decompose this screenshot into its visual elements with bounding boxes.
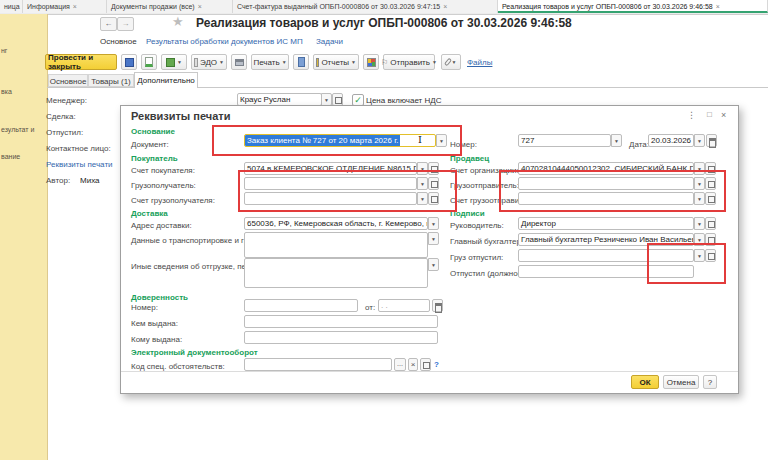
date-dropdown[interactable]: ▼ [694, 134, 705, 147]
tab-label: Информация [27, 3, 70, 10]
calendar-icon[interactable] [706, 134, 717, 147]
poa-issued-by-field[interactable] [244, 315, 438, 328]
nav-link-processing-results[interactable]: Результаты обработки документов ИС МП [146, 37, 303, 46]
calendar-icon[interactable] [432, 299, 443, 312]
paperclip-icon [443, 58, 451, 67]
send-button[interactable]: ⚐Отправить▼ [383, 54, 435, 70]
addins-icon [367, 58, 376, 67]
tab-label: Реализация товаров и услуг ОПБП-000806 о… [502, 3, 713, 10]
files-link[interactable]: Файлы [467, 58, 492, 67]
reports-button[interactable]: Отчеты▼ [313, 54, 359, 70]
button-label: Провести и закрыть [48, 53, 114, 71]
spec-code-open-button[interactable] [420, 358, 431, 371]
printer-icon [235, 59, 244, 66]
tab-start-page[interactable]: ница [0, 0, 23, 13]
spec-code-field[interactable] [244, 358, 392, 371]
head-field[interactable]: Директор [518, 217, 694, 230]
poa-date-field[interactable]: . . [378, 299, 430, 312]
other-info-textarea[interactable] [244, 258, 428, 288]
annotation-box-consignee-fields [238, 170, 457, 212]
forward-button[interactable]: → [117, 17, 134, 31]
create-based-on-button[interactable]: ▼ [161, 54, 187, 70]
author-label: Автор: [46, 176, 70, 185]
number-field[interactable]: 727 [518, 134, 611, 147]
cancel-button[interactable]: Отмена [663, 375, 699, 389]
close-icon[interactable]: × [73, 3, 77, 10]
delivery-address-field[interactable]: 650036, РФ, Кемеровская область, г. Кеме… [244, 217, 428, 230]
edo-icon [194, 58, 198, 67]
sidebar-item-fragment[interactable]: нг [1, 47, 7, 54]
post-document-button[interactable] [141, 54, 157, 70]
section-buyer: Покупатель [131, 154, 178, 163]
other-info-dropdown[interactable]: ▼ [428, 258, 439, 271]
flag-icon: ⚐ [381, 58, 388, 67]
doc-tab-extra[interactable]: Дополнительно [134, 72, 198, 88]
transport-info-dropdown[interactable]: ▼ [428, 232, 439, 245]
spec-code-choose-button[interactable]: ... [394, 358, 406, 371]
addins-button[interactable] [363, 54, 379, 70]
date-label: Дата: [629, 140, 649, 149]
poa-number-field[interactable] [244, 299, 358, 312]
favorite-star-icon[interactable]: ★ [172, 14, 184, 29]
manager-label: Менеджер: [46, 96, 87, 105]
chevron-down-icon: ▼ [282, 59, 287, 65]
section-power-of-attorney: Доверенность [131, 293, 188, 302]
poa-issued-by-label: Кем выдана: [131, 319, 178, 328]
released-by-label: Отпустил: [46, 128, 83, 137]
nav-link-tasks[interactable]: Задачи [316, 37, 343, 46]
vat-checkbox-label: Цена включает НДС [366, 96, 441, 105]
print-menu-button[interactable]: Печать▼ [251, 54, 289, 70]
doc-tab-main[interactable]: Основное [48, 74, 88, 87]
quick-print-button[interactable] [231, 54, 247, 70]
button-label: Отправить [390, 58, 430, 67]
transport-info-textarea[interactable] [244, 232, 428, 258]
chevron-down-icon: ▼ [432, 59, 437, 65]
sidebar-item-fragment[interactable]: езультат и [1, 126, 34, 133]
tab-sales-realization[interactable]: Реализация товаров и услуг ОПБП-000806 о… [498, 0, 768, 13]
tab-label: Документы продажи (все) [111, 3, 195, 10]
sidebar-item-fragment[interactable]: вка [1, 88, 12, 95]
nav-link-main[interactable]: Основное [100, 37, 137, 46]
number-dropdown[interactable]: ▼ [611, 134, 622, 147]
calculator-button[interactable] [293, 54, 309, 70]
close-icon[interactable]: × [198, 3, 202, 10]
help-button[interactable]: ? [703, 375, 717, 389]
back-button[interactable]: ← [100, 17, 117, 31]
post-and-close-button[interactable]: Провести и закрыть [45, 54, 117, 70]
chevron-down-icon: ▼ [351, 59, 356, 65]
annotation-box-released-fields [647, 243, 726, 284]
date-field[interactable]: 20.03.2026 [648, 134, 694, 147]
maximize-icon[interactable]: □ [707, 110, 712, 119]
print-details-link[interactable]: Реквизиты печати [46, 160, 113, 169]
chevron-down-icon: ▼ [219, 59, 224, 65]
edo-button[interactable]: ЭДО▼ [191, 54, 227, 70]
annotation-box-shipper-fields [499, 170, 726, 212]
close-icon[interactable]: × [716, 3, 720, 10]
delivery-address-dropdown[interactable]: ▼ [428, 217, 439, 230]
close-icon[interactable]: × [443, 3, 447, 10]
head-open-button[interactable] [705, 217, 716, 230]
poa-issued-to-field[interactable] [244, 331, 438, 344]
close-icon[interactable]: × [721, 110, 726, 120]
tab-invoice[interactable]: Счет-фактура выданный ОПБП-0000806 от 30… [233, 0, 498, 13]
spec-code-clear-button[interactable]: × [408, 358, 418, 371]
spec-code-help-link[interactable]: ? [434, 360, 439, 369]
window-tab-bar: ница Информация× Документы продажи (все)… [0, 0, 768, 15]
deal-label: Сделка: [46, 112, 76, 121]
tab-sales-documents[interactable]: Документы продажи (все)× [107, 0, 233, 13]
chevron-down-icon: ▼ [177, 59, 182, 65]
button-label: Печать [253, 58, 279, 67]
page-title: Реализация товаров и услуг ОПБП-000806 о… [196, 16, 572, 30]
doc-tab-goods[interactable]: Товары (1) [88, 74, 134, 87]
footer-divider [121, 371, 738, 372]
ok-button[interactable]: ОК [631, 375, 659, 389]
attachments-button[interactable]: ▼ [441, 54, 461, 70]
tab-information[interactable]: Информация× [23, 0, 107, 13]
annotation-box-document [212, 125, 462, 156]
save-button[interactable] [121, 54, 137, 70]
head-dropdown[interactable]: ▼ [694, 217, 705, 230]
sidebar-item-fragment[interactable]: вание [1, 153, 20, 160]
poa-issued-to-label: Кому выдана: [131, 335, 182, 344]
consignee-account-label: Счет грузополучателя: [131, 196, 215, 205]
more-menu-icon[interactable]: ⋮ [687, 110, 696, 120]
